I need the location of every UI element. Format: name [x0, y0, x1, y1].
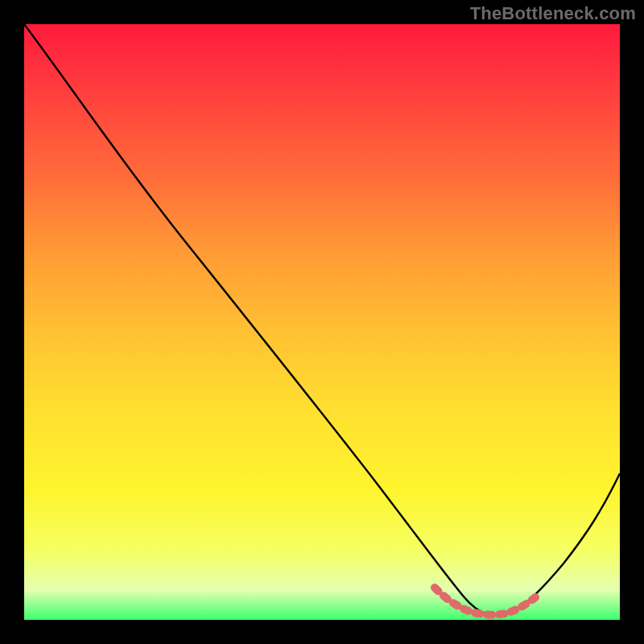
- bottleneck-curve: [24, 24, 620, 615]
- curve-layer: [24, 24, 620, 620]
- optimal-band: [435, 588, 535, 615]
- watermark-text: TheBottleneck.com: [470, 3, 636, 24]
- plot-area: [24, 24, 620, 620]
- chart-frame: TheBottleneck.com: [0, 0, 644, 644]
